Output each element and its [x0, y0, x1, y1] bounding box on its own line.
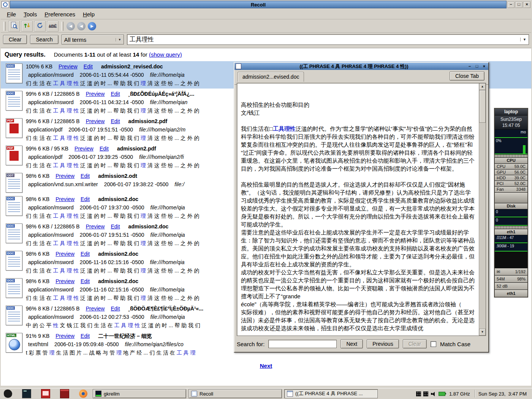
gkrellm-panel	[495, 193, 527, 203]
preview-close-button[interactable]: ×	[481, 63, 487, 69]
scroll-down-arrow[interactable]: ▼	[479, 329, 486, 336]
result-edit-link[interactable]: Edit	[100, 146, 109, 152]
gkrellm-clock[interactable]: Sun23Sep 15:47 05	[495, 116, 527, 129]
gkrellm-net-chart[interactable]: .906M - 19	[495, 244, 527, 252]
result-preview-link[interactable]: Preview	[86, 118, 105, 124]
scroll-up-arrow[interactable]: ▲	[479, 83, 486, 90]
result-edit-link[interactable]: Edit	[111, 223, 120, 230]
titlebar[interactable]: Recoll – □ ×	[1, 1, 531, 8]
gkrellm-mail-row[interactable]: ✉ 1/192	[495, 268, 527, 275]
preview-text-line: 高校招生最明显的目的当然是选拔人才。但这选拔人才的目标却不仅仅是人们假定“因材施…	[241, 180, 475, 228]
search-input[interactable]: 工具理性 ▼	[127, 34, 529, 45]
result-date: 2006-01-07 19:38:22 -0500	[104, 181, 169, 187]
close-button[interactable]: ×	[523, 2, 530, 8]
result-edit-link[interactable]: Edit	[81, 251, 90, 257]
gkrellm-volume-row[interactable]: 52 dB	[495, 283, 527, 290]
gkrellm-hostname[interactable]: laptop	[495, 109, 527, 115]
gkrellm-sensor-row[interactable]: CPU59.0C	[495, 164, 527, 169]
search-button[interactable]: Search	[30, 35, 58, 44]
menu-item-file[interactable]: File	[3, 10, 20, 19]
gkrellm-memory-row[interactable]: 54M98%	[495, 276, 527, 282]
find-next-button[interactable]: Next	[340, 339, 363, 348]
preview-maximize-button[interactable]: □	[474, 63, 480, 69]
result-edit-link[interactable]: Edit	[81, 173, 90, 179]
package-launcher-icon[interactable]	[60, 389, 69, 398]
show-query-link[interactable]: (show query)	[149, 51, 182, 58]
results-range: 1-11	[84, 51, 95, 58]
taskbar-task-gkrellm[interactable]: gkrellm	[93, 389, 186, 398]
taskbar-task-recoll[interactable]: Recoll	[188, 389, 282, 398]
scrollbar-thumb[interactable]	[479, 90, 486, 123]
result-edit-link[interactable]: Edit	[84, 63, 93, 70]
gkrellm-proc-chart[interactable]: mo	[495, 130, 527, 138]
maximize-button[interactable]: □	[515, 2, 522, 8]
first-page-button[interactable]: ◀	[66, 22, 75, 31]
firefox-launcher-icon[interactable]	[79, 390, 87, 398]
previous-page-button[interactable]: ◀	[77, 22, 86, 31]
search-mode-select[interactable]: All terms ▼	[62, 35, 124, 44]
result-preview-link[interactable]: Preview	[55, 196, 74, 202]
preview-minimize-button[interactable]: –	[467, 63, 473, 69]
find-previous-button[interactable]: Previous	[367, 339, 399, 348]
gkrellm-disk-chart[interactable]: 0	[495, 218, 527, 226]
close-tab-button[interactable]: Close Tab	[450, 71, 484, 81]
terminal-launcher-icon[interactable]	[22, 389, 31, 398]
mail-icon: ✉	[497, 268, 500, 275]
find-clear-button[interactable]: Clear	[403, 339, 427, 348]
clear-button[interactable]: Clear	[3, 35, 27, 44]
battery-icon[interactable]	[439, 392, 445, 396]
result-preview-link[interactable]: Preview	[86, 306, 105, 312]
keyboard-layout-icon[interactable]	[416, 391, 421, 396]
preview-scrollbar[interactable]: ▲ ▼	[479, 83, 486, 336]
result-preview-link[interactable]: Preview	[55, 333, 74, 339]
result-preview-link[interactable]: Preview	[86, 91, 105, 97]
result-preview-link[interactable]: Preview	[55, 251, 74, 257]
result-edit-link[interactable]: Edit	[111, 118, 120, 124]
preview-tab-label: admission2...evised.doc	[242, 74, 299, 80]
update-index-button[interactable]	[34, 21, 46, 32]
desktop: Recoll – □ × FileToolsPreferencesHelp âB…	[0, 0, 532, 399]
result-preview-link[interactable]: Preview	[55, 173, 74, 179]
term-explorer-button[interactable]: âBÈ	[47, 21, 59, 32]
menu-item-preferences[interactable]: Preferences	[41, 10, 79, 19]
menu-item-tools[interactable]: Tools	[20, 10, 41, 19]
next-page-link[interactable]: Next	[260, 363, 272, 369]
result-edit-link[interactable]: Edit	[81, 196, 90, 202]
gkrellm-cpu-chart[interactable]: 0%	[495, 138, 527, 154]
show-query-detail-button[interactable]	[8, 21, 20, 32]
next-page-button[interactable]: ▶	[87, 22, 97, 31]
pagination: Next	[1, 363, 531, 369]
result-edit-link[interactable]: Edit	[81, 333, 90, 339]
gkrellm-sensor-row[interactable]: GPU56.0C	[495, 169, 527, 175]
result-edit-link[interactable]: Edit	[81, 278, 90, 284]
result-preview-link[interactable]: Preview	[55, 278, 74, 284]
volume-icon[interactable]	[431, 391, 436, 397]
preview-tab[interactable]: admission2...evised.doc	[238, 72, 304, 82]
gkrellm-mail-count: 1/192	[515, 268, 526, 275]
preview-titlebar[interactable]: ((工 PHRASE 4 具 PHRASE 4 理 PHRASE 4 性)) –…	[234, 63, 488, 70]
gkrellm-fan-row[interactable]: Fan3348	[495, 187, 527, 192]
app-menu-icon[interactable]	[4, 390, 12, 398]
screenshot-launcher-icon[interactable]	[41, 389, 50, 398]
result-edit-link[interactable]: Edit	[111, 306, 120, 312]
minimize-button[interactable]: –	[507, 2, 515, 8]
gkrellm-disk-chart[interactable]: 0	[495, 209, 527, 217]
menu-item-help[interactable]: Help	[79, 10, 98, 19]
result-url: file:///home/qia	[150, 72, 185, 78]
gkrellm-timer-button[interactable]: eth1	[495, 290, 527, 297]
gkrellm-net-chart[interactable]: .011M - 47	[495, 235, 527, 243]
gkrellm-sensor-row[interactable]: HDD39.0C	[495, 175, 527, 180]
taskbar-task-document[interactable]: ((工 PHRASE 4 具 PHRASE ...	[284, 389, 378, 398]
systray-grid-icon[interactable]	[423, 391, 428, 396]
gkrellm-sensor-row[interactable]: PCI52.0C	[495, 181, 527, 186]
result-preview-link[interactable]: Preview	[74, 146, 93, 152]
result-preview-link[interactable]: Preview	[59, 63, 78, 70]
preview-text[interactable]: 高校招生的社会功能和目的文/钱江 我们生活在□工具理性泛滥的时代。作为“世之显学…	[237, 83, 479, 336]
doc-file-icon: DOC	[2, 250, 26, 275]
find-input[interactable]	[268, 340, 337, 348]
result-preview-link[interactable]: Preview	[86, 223, 105, 230]
sort-by-dates-button[interactable]	[21, 21, 33, 32]
result-edit-link[interactable]: Edit	[111, 91, 120, 97]
titlebar-caption[interactable]: Recoll	[10, 1, 507, 8]
match-case-checkbox[interactable]	[431, 341, 436, 347]
